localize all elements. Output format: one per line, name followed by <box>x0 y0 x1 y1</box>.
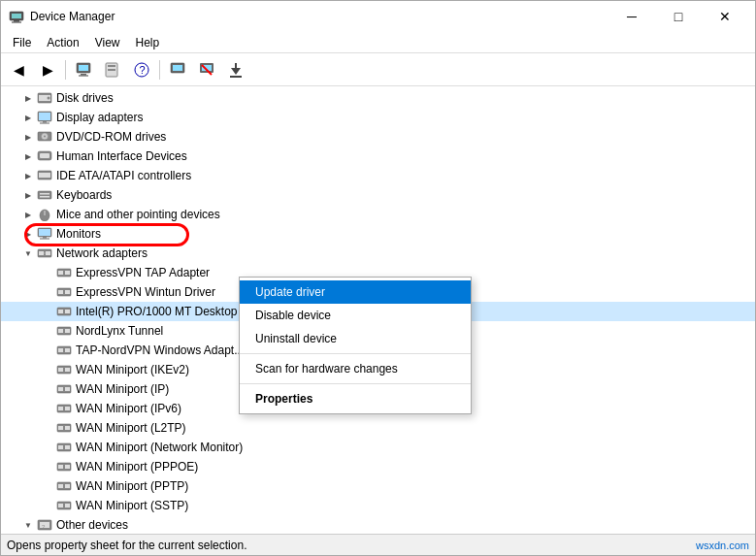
menu-file[interactable]: File <box>5 34 39 50</box>
tree-item-dvd-cd[interactable]: DVD/CD-ROM drives <box>1 127 755 147</box>
expand-dvd-cd[interactable] <box>20 129 36 145</box>
tree-item-disk-drives[interactable]: Disk drives <box>1 88 755 108</box>
tree-item-wan-l2tp[interactable]: WAN Miniport (L2TP) <box>1 418 755 438</box>
ctx-uninstall-device[interactable]: Uninstall device <box>240 327 471 350</box>
svg-rect-41 <box>39 229 50 236</box>
disk-drives-label: Disk drives <box>56 91 114 105</box>
other-devices-label: Other devices <box>56 518 128 532</box>
svg-rect-77 <box>65 445 70 449</box>
svg-rect-42 <box>43 237 47 239</box>
monitors-label: Monitors <box>56 227 101 241</box>
dvd-icon <box>36 129 53 145</box>
expand-disk-drives[interactable] <box>20 90 36 106</box>
maximize-button[interactable]: □ <box>656 7 701 26</box>
svg-rect-2 <box>14 20 19 22</box>
svg-rect-26 <box>43 121 47 123</box>
svg-rect-67 <box>58 387 63 391</box>
svg-rect-65 <box>65 368 70 372</box>
svg-rect-10 <box>108 69 115 71</box>
expand-monitors[interactable] <box>20 226 36 242</box>
toolbar-separator-2 <box>159 60 160 80</box>
expand-keyboards[interactable] <box>20 187 36 203</box>
wan-sstp-label: WAN Miniport (SSTP) <box>76 499 188 512</box>
tree-item-monitors[interactable]: Monitors <box>1 224 755 244</box>
ctx-divider-2 <box>240 383 471 384</box>
disk-drives-icon <box>36 90 53 106</box>
expand-ide[interactable] <box>20 168 36 183</box>
tree-item-ide[interactable]: IDE ATA/ATAPI controllers <box>1 166 755 185</box>
expand-other-devices[interactable] <box>20 517 36 533</box>
wan-ipv6-label: WAN Miniport (IPv6) <box>76 402 181 415</box>
wan-ipv6-icon <box>55 401 73 416</box>
scan-button[interactable] <box>99 57 126 82</box>
ctx-disable-device[interactable]: Disable device <box>240 304 471 327</box>
properties-button[interactable] <box>70 57 97 82</box>
svg-rect-7 <box>79 75 88 76</box>
ctx-update-driver[interactable]: Update driver <box>240 280 471 304</box>
ide-icon <box>36 168 53 183</box>
help-button[interactable]: ? <box>128 57 155 82</box>
keyboards-icon <box>36 187 53 203</box>
svg-rect-74 <box>65 426 70 430</box>
svg-point-23 <box>48 97 50 100</box>
svg-rect-14 <box>173 65 182 71</box>
tree-item-mice[interactable]: Mice and other pointing devices <box>1 205 755 224</box>
forward-button[interactable]: ▶ <box>34 57 61 82</box>
svg-rect-36 <box>40 193 49 195</box>
expressvpn-tap-label: ExpressVPN TAP Adapter <box>76 266 210 279</box>
svg-rect-73 <box>58 426 63 430</box>
tree-item-display-adapters[interactable]: Display adapters <box>1 108 755 127</box>
keyboards-label: Keyboards <box>56 188 112 202</box>
status-bar: Opens property sheet for the current sel… <box>1 534 755 555</box>
svg-rect-1 <box>12 14 21 18</box>
svg-rect-82 <box>58 484 63 488</box>
svg-rect-61 <box>58 348 63 352</box>
expand-mice[interactable] <box>20 207 36 222</box>
back-button[interactable]: ◀ <box>5 57 32 82</box>
wan-pptp-icon <box>55 478 73 494</box>
wan-ip-icon <box>55 381 73 397</box>
context-menu: Update driver Disable device Uninstall d… <box>239 277 472 414</box>
close-button[interactable]: ✕ <box>703 7 747 26</box>
expand-display-adapters[interactable] <box>20 110 36 125</box>
toolbar: ◀ ▶ ? <box>1 53 755 86</box>
menu-help[interactable]: Help <box>128 34 168 50</box>
svg-rect-86 <box>65 504 70 507</box>
svg-rect-46 <box>46 251 50 255</box>
expand-hid[interactable] <box>20 148 36 164</box>
svg-rect-59 <box>65 329 70 333</box>
tree-item-network-adapters[interactable]: Network adapters <box>1 244 755 263</box>
tree-item-wan-pptp[interactable]: WAN Miniport (PPTP) <box>1 476 755 496</box>
mice-label: Mice and other pointing devices <box>56 208 220 221</box>
svg-rect-79 <box>58 465 63 469</box>
svg-rect-9 <box>108 65 115 67</box>
tree-item-hid[interactable]: Human Interface Devices <box>1 147 755 166</box>
wan-ip-label: WAN Miniport (IP) <box>76 382 169 396</box>
tree-item-wan-pppoe[interactable]: WAN Miniport (PPPOE) <box>1 457 755 476</box>
menu-action[interactable]: Action <box>39 34 86 50</box>
app-icon <box>9 9 24 24</box>
menu-view[interactable]: View <box>87 34 128 50</box>
ctx-properties[interactable]: Properties <box>240 387 471 410</box>
svg-rect-6 <box>81 74 86 76</box>
hid-icon <box>36 148 53 164</box>
expand-network-adapters[interactable] <box>20 245 36 261</box>
tree-item-other-devices[interactable]: ? Other devices <box>1 515 755 534</box>
download-button[interactable] <box>222 57 249 82</box>
svg-rect-70 <box>58 407 63 410</box>
ctx-scan-hardware[interactable]: Scan for hardware changes <box>240 357 471 380</box>
update-driver-toolbar-button[interactable] <box>164 57 191 82</box>
expressvpn-wintun-icon <box>55 284 73 300</box>
expressvpn-wintun-label: ExpressVPN Wintun Driver <box>76 285 215 299</box>
tree-item-keyboards[interactable]: Keyboards <box>1 185 755 205</box>
svg-rect-45 <box>39 251 44 255</box>
tree-item-wan-sstp[interactable]: WAN Miniport (SSTP) <box>1 496 755 515</box>
tree-item-wan-netmon[interactable]: WAN Miniport (Network Monitor) <box>1 438 755 457</box>
svg-rect-62 <box>65 348 70 352</box>
wan-netmon-icon <box>55 440 73 455</box>
uninstall-button[interactable] <box>193 57 220 82</box>
minimize-button[interactable]: ─ <box>609 7 654 26</box>
svg-rect-58 <box>58 329 63 333</box>
monitors-icon <box>36 226 53 242</box>
hid-label: Human Interface Devices <box>56 149 187 163</box>
